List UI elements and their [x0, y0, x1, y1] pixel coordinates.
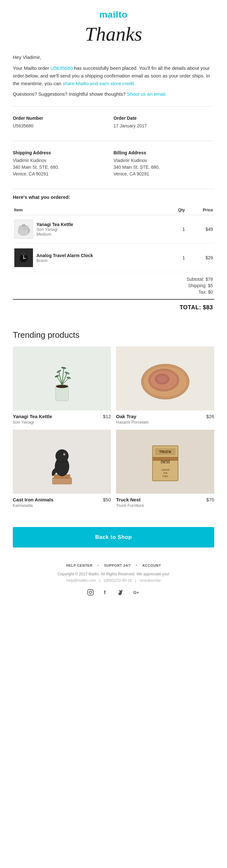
order-date-value: 17 January 2017	[114, 123, 214, 129]
product-meta-4: Truck Nest Truck Furniture $70	[116, 497, 214, 508]
product-name-1: Yanagi Tea Kettle	[13, 414, 52, 419]
product-price-4: $70	[206, 497, 214, 502]
shipping-address1: 340 Main St. STE. 680,	[13, 164, 114, 170]
item-image-kettle	[14, 220, 33, 239]
shoot-email-link[interactable]: Shoot us an email.	[127, 91, 166, 97]
svg-text:THE: THE	[163, 472, 167, 474]
footer-help-center[interactable]: HELP CENTER	[66, 563, 92, 567]
footer-dot-1	[98, 565, 99, 566]
billing-address1: 340 Main St. STE. 680,	[114, 164, 214, 170]
footer-nav: HELP CENTER SUPPORT 24/7 ACCOUNT	[13, 563, 214, 567]
product-brand-1: Sori Yanagi	[13, 420, 52, 425]
tray-illustration	[133, 350, 197, 407]
product-price-3: $50	[103, 497, 111, 502]
total-final: TOTAL: $83	[13, 300, 214, 317]
item-image-clock	[14, 248, 33, 267]
order-link[interactable]: U5635680	[50, 65, 73, 71]
item-details-kettle: Yanagi Tea Kettle Sori Yanagi Medium	[35, 215, 165, 244]
product-card-4[interactable]: TRUCK nest UNDER THE TREE Truck Nest Tru…	[116, 430, 214, 508]
products-grid: Yanagi Tea Kettle Sori Yanagi $12	[13, 346, 214, 508]
item-price-kettle: $49	[186, 215, 214, 244]
shipping-address2: Venice, CA 90291	[13, 170, 114, 177]
product-name-2: Oak Tray	[116, 414, 149, 419]
item-variant-kettle: Medium	[36, 232, 164, 237]
item-qty-clock: 1	[165, 244, 186, 272]
svg-point-32	[64, 454, 65, 455]
product-image-2	[116, 346, 214, 410]
billing-name: Vladimir Kudinov	[114, 157, 214, 164]
plant-illustration	[33, 350, 91, 407]
footer-support[interactable]: SUPPORT 24/7	[104, 563, 131, 567]
footer-copyright: Copyright © 2017 Mailto. All Rights Rese…	[13, 572, 214, 576]
product-name-4: Truck Nest	[116, 497, 144, 502]
svg-rect-27	[52, 478, 72, 484]
col-item: Item	[13, 205, 165, 215]
subtotal-line: Subtotal: $78	[14, 277, 213, 282]
product-card-1[interactable]: Yanagi Tea Kettle Sori Yanagi $12	[13, 346, 111, 425]
svg-line-10	[59, 372, 62, 385]
product-image-3	[13, 430, 111, 494]
trending-section: Trending products	[0, 327, 227, 524]
order-number-section: Order Number U5635680	[13, 112, 114, 133]
svg-rect-8	[24, 254, 26, 255]
shipping-name: Vladimir Kudinov	[13, 157, 114, 164]
divider-2	[13, 141, 214, 141]
order-number-label: Order Number	[13, 116, 114, 121]
header: mailto Thanks	[0, 0, 227, 51]
greeting: Hey Vladimir,	[13, 55, 214, 60]
product-price-2: $26	[206, 414, 214, 419]
footer-unsubscribe[interactable]: Unsubscribe	[140, 578, 161, 583]
kettle-icon	[16, 221, 32, 237]
svg-text:TRUCK: TRUCK	[159, 450, 172, 454]
footer-phone[interactable]: 1(800)232-90-26	[103, 578, 132, 583]
product-card-2[interactable]: Oak Tray Hasami Porcelain $26	[116, 346, 214, 425]
clock-icon	[16, 250, 31, 265]
back-to-shop-button[interactable]: Back to Shop	[13, 527, 214, 548]
svg-text:nest: nest	[160, 458, 170, 465]
product-name-3: Cast Iron Animals	[13, 497, 53, 502]
svg-point-44	[92, 590, 93, 591]
svg-text:G+: G+	[133, 590, 139, 595]
tax-line: Tax: $0	[14, 289, 213, 294]
svg-text:UNDER: UNDER	[161, 469, 169, 471]
footer-separator-1: |	[99, 578, 100, 583]
book-illustration: TRUCK nest UNDER THE TREE	[137, 430, 194, 494]
product-image-1	[13, 346, 111, 410]
product-image-4: TRUCK nest UNDER THE TREE	[116, 430, 214, 494]
col-qty: Qty	[165, 205, 186, 215]
product-brand-2: Hasami Porcelain	[116, 420, 149, 425]
main-content: Hey Vladimir, Your Mailto order U5635680…	[0, 51, 227, 327]
share-link[interactable]: share Mailto and earn store credit.	[63, 81, 136, 86]
order-number-value: U5635680	[13, 123, 114, 129]
bird-illustration	[33, 433, 91, 491]
item-name-clock: Analog Travel Alarm Clock	[36, 253, 164, 258]
footer-social: f G+	[13, 588, 214, 597]
svg-point-43	[89, 591, 92, 594]
footer-account[interactable]: ACCOUNT	[142, 563, 161, 567]
facebook-icon[interactable]: f	[101, 588, 110, 597]
google-plus-icon[interactable]: G+	[132, 588, 141, 597]
item-brand-clock: Braun	[36, 258, 164, 263]
svg-point-19	[66, 376, 71, 379]
svg-rect-42	[87, 589, 93, 595]
totals-section: Subtotal: $78 Shipping: $5 Tax: $0	[13, 272, 214, 300]
order-date-label: Order Date	[114, 116, 214, 121]
svg-point-20	[56, 385, 68, 388]
product-brand-4: Truck Furniture	[116, 503, 144, 508]
product-card-3[interactable]: Cast Iron Animals Kamasada $50	[13, 430, 111, 508]
questions-text: Questions? Suggestions? Insightful showe…	[13, 91, 214, 97]
billing-address2: Venice, CA 90291	[114, 170, 214, 177]
svg-point-26	[157, 375, 167, 383]
instagram-icon[interactable]	[86, 588, 95, 597]
twitter-icon[interactable]	[117, 588, 126, 597]
billing-label: Billing Address	[114, 150, 214, 155]
product-meta-1: Yanagi Tea Kettle Sori Yanagi $12	[13, 414, 111, 425]
footer-email[interactable]: help@mailto.com	[66, 578, 96, 583]
product-brand-3: Kamasada	[13, 503, 53, 508]
svg-point-18	[54, 375, 59, 378]
trending-title: Trending products	[13, 330, 214, 340]
table-row: Yanagi Tea Kettle Sori Yanagi Medium 1 $…	[13, 215, 214, 244]
items-table: Item Qty Price	[13, 205, 214, 272]
col-price: Price	[186, 205, 214, 215]
items-section-title: Here's what you ordered:	[13, 194, 214, 200]
